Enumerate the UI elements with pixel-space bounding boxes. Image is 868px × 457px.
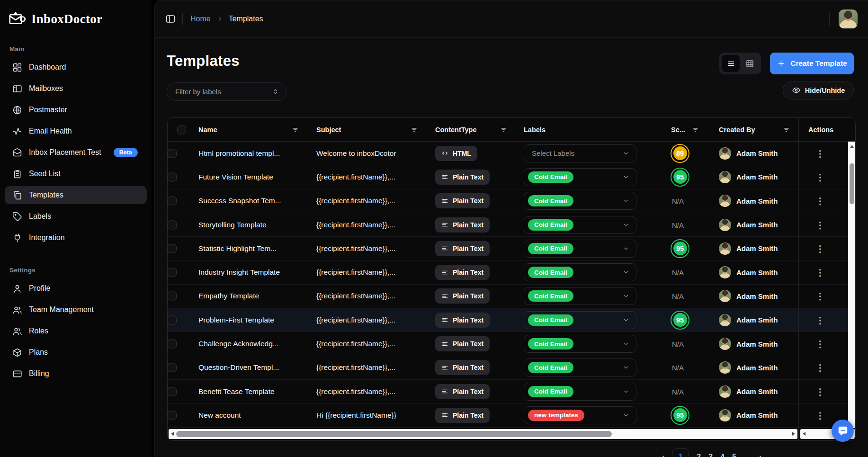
sidebar-item-profile[interactable]: Profile — [5, 279, 147, 297]
filter-icon[interactable] — [782, 125, 790, 134]
labels-dropdown[interactable]: Cold Email — [524, 287, 636, 305]
select-all-checkbox[interactable] — [177, 125, 186, 134]
row-checkbox[interactable] — [168, 220, 177, 229]
row-checkbox[interactable] — [168, 172, 177, 181]
lines-icon — [441, 197, 448, 205]
filter-by-labels-select[interactable]: Filter by labels — [167, 82, 286, 101]
breadcrumb-home[interactable]: Home — [190, 15, 211, 23]
horizontal-scrollbar-thumb[interactable] — [176, 431, 612, 437]
scroll-left-arrow[interactable] — [803, 432, 805, 436]
template-name[interactable]: Challenge Acknowledg... — [198, 340, 279, 348]
chat-bubble-button[interactable] — [832, 420, 854, 442]
scroll-right-arrow[interactable] — [792, 432, 795, 436]
pagination-page[interactable]: 3 — [708, 453, 713, 457]
row-checkbox[interactable] — [168, 387, 177, 396]
template-name[interactable]: Benefit Tease Template — [198, 387, 275, 396]
row-actions-button[interactable]: ⋮ — [814, 172, 826, 181]
row-checkbox[interactable] — [168, 268, 177, 277]
labels-dropdown[interactable]: new templates — [524, 406, 636, 424]
sidebar-item-labels[interactable]: Labels — [5, 207, 147, 225]
sidebar-item-email-health[interactable]: Email Health — [5, 122, 147, 140]
brand-logo[interactable]: InboxDoctor — [0, 0, 152, 29]
sidebar-item-team-management[interactable]: Team Management — [5, 301, 147, 319]
row-checkbox[interactable] — [168, 363, 177, 372]
sidebar-item-seed-list[interactable]: Seed List — [5, 165, 147, 183]
sidebar-item-integration[interactable]: Integration — [5, 229, 147, 247]
grid-icon — [745, 59, 754, 68]
sidebar-toggle-icon[interactable] — [165, 14, 176, 24]
labels-dropdown[interactable]: Cold Email — [524, 311, 636, 329]
row-actions-button[interactable]: ⋮ — [814, 149, 826, 158]
row-actions-button[interactable]: ⋮ — [814, 411, 826, 420]
table-row: Html promotional templ...Welcome to inbo… — [168, 142, 855, 165]
row-actions-button[interactable]: ⋮ — [814, 292, 826, 301]
filter-icon[interactable] — [410, 125, 418, 134]
template-name[interactable]: Problem-First Template — [198, 316, 274, 324]
scroll-left-arrow[interactable] — [171, 432, 174, 436]
filter-icon[interactable] — [691, 125, 699, 134]
pagination-next[interactable]: › — [759, 453, 761, 457]
row-actions-button[interactable]: ⋮ — [814, 340, 826, 349]
template-name[interactable]: New account — [198, 411, 241, 420]
template-name[interactable]: Question-Driven Templ... — [198, 363, 279, 372]
sidebar-item-plans[interactable]: Plans — [5, 343, 147, 361]
template-name[interactable]: Storytelling Template — [198, 221, 267, 229]
template-name[interactable]: Industry Insight Template — [198, 268, 280, 277]
user-avatar[interactable] — [839, 9, 858, 28]
row-actions-button[interactable]: ⋮ — [814, 363, 826, 372]
labels-dropdown[interactable]: Cold Email — [524, 240, 636, 258]
row-checkbox[interactable] — [168, 292, 177, 301]
template-name[interactable]: Statistic Highlight Tem... — [198, 244, 277, 253]
row-checkbox[interactable] — [168, 411, 177, 420]
row-actions-button[interactable]: ⋮ — [814, 197, 826, 206]
labels-dropdown[interactable]: Cold Email — [524, 192, 636, 210]
template-name[interactable]: Future Vision Template — [198, 173, 273, 181]
create-template-button[interactable]: Create Template — [770, 53, 854, 74]
sidebar-item-mailboxes[interactable]: Mailboxes — [5, 80, 147, 98]
pagination-page-active[interactable]: 1 — [672, 448, 689, 457]
pagination-page[interactable]: 5 — [732, 453, 736, 457]
scroll-up-arrow[interactable] — [850, 145, 854, 148]
list-view-button[interactable] — [722, 55, 740, 72]
row-actions-button[interactable]: ⋮ — [814, 387, 826, 396]
sidebar-item-postmaster[interactable]: Postmaster — [5, 101, 147, 119]
vertical-scrollbar[interactable] — [848, 142, 855, 428]
labels-dropdown[interactable]: Cold Email — [524, 216, 636, 234]
template-name[interactable]: Success Snapshot Tem... — [198, 197, 281, 205]
labels-dropdown[interactable]: Cold Email — [524, 168, 636, 186]
sidebar-item-inbox-placement-test[interactable]: Inbox Placement TestBeta — [5, 143, 147, 161]
sidebar-item-label: Roles — [29, 327, 48, 335]
row-checkbox[interactable] — [168, 197, 177, 206]
row-checkbox[interactable] — [168, 315, 177, 324]
labels-dropdown[interactable]: Cold Email — [524, 358, 636, 376]
pagination-page[interactable]: 4 — [720, 453, 725, 457]
horizontal-scrollbar[interactable] — [169, 429, 797, 439]
template-name[interactable]: Html promotional templ... — [198, 149, 280, 158]
vertical-scrollbar-thumb[interactable] — [850, 163, 854, 204]
filter-icon[interactable] — [291, 125, 299, 134]
row-checkbox[interactable] — [168, 149, 177, 158]
labels-dropdown[interactable]: Select Labels — [524, 144, 636, 162]
labels-dropdown[interactable]: Cold Email — [524, 263, 636, 281]
grid-view-button[interactable] — [741, 55, 759, 72]
row-checkbox[interactable] — [168, 340, 177, 349]
row-actions-button[interactable]: ⋮ — [814, 220, 826, 229]
sidebar-item-templates[interactable]: Templates — [5, 186, 147, 204]
sidebar-item-roles[interactable]: Roles — [5, 322, 147, 340]
row-actions-button[interactable]: ⋮ — [814, 268, 826, 277]
template-name[interactable]: Empathy Template — [198, 292, 259, 300]
pagination-prev[interactable]: ‹ — [662, 453, 664, 457]
filter-icon[interactable] — [500, 125, 508, 134]
hide-unhide-button[interactable]: Hide/Unhide — [783, 81, 854, 99]
pagination-page[interactable]: 2 — [697, 453, 701, 457]
score-value: 95 — [673, 313, 687, 327]
sidebar-item-billing[interactable]: Billing — [5, 365, 147, 383]
labels-dropdown[interactable]: Cold Email — [524, 335, 636, 353]
templates-icon — [12, 190, 22, 200]
row-actions-button[interactable]: ⋮ — [814, 315, 826, 324]
row-actions-button[interactable]: ⋮ — [814, 244, 826, 253]
sidebar-item-dashboard[interactable]: Dashboard — [5, 58, 147, 76]
labels-dropdown[interactable]: Cold Email — [524, 383, 636, 401]
row-checkbox[interactable] — [168, 244, 177, 253]
sidebar-item-label: Inbox Placement Test — [29, 148, 101, 157]
